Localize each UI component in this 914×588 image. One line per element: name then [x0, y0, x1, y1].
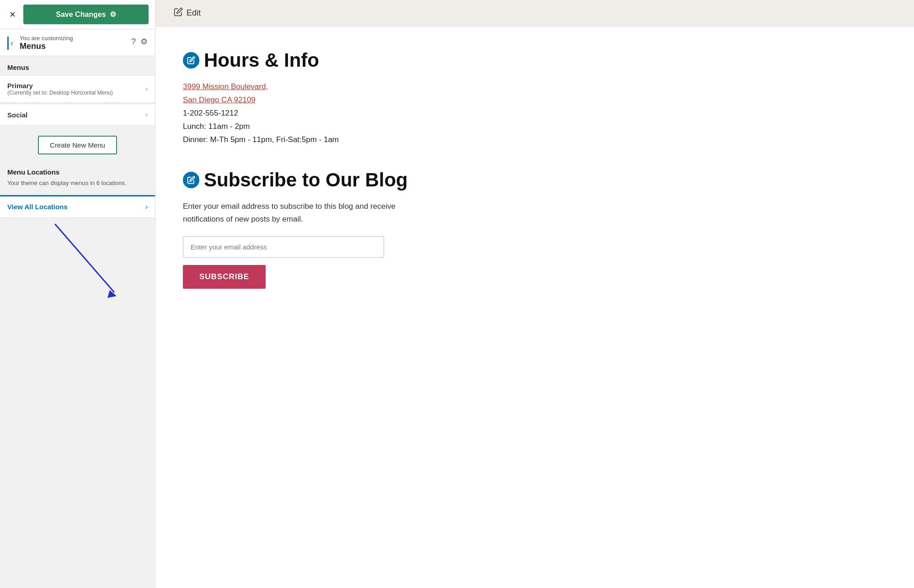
customizing-label: You are customizing	[20, 35, 73, 42]
hours-address-link[interactable]: 3999 Mission Boulevard, San Diego CA 921…	[183, 80, 887, 107]
main-content-area: Edit Hours & Info 3999 Mission Boulevard…	[155, 0, 914, 588]
customizer-header-right: ? ⚙	[131, 37, 148, 47]
subscribe-description: Enter your email address to subscribe to…	[183, 200, 412, 225]
primary-menu-item[interactable]: Primary (Currently set to: Desktop Horiz…	[0, 75, 155, 103]
close-button[interactable]: ✕	[6, 8, 19, 21]
address-line2: San Diego CA 92109	[183, 95, 256, 104]
edit-pencil-icon	[174, 7, 183, 19]
save-changes-button[interactable]: Save Changes ⚙	[23, 5, 149, 24]
hours-info-section: Hours & Info 3999 Mission Boulevard, San…	[183, 49, 887, 146]
view-all-locations-label: View All Locations	[7, 203, 68, 211]
social-chevron-right-icon: ›	[145, 111, 148, 119]
customizer-info: You are customizing Menus	[20, 35, 73, 51]
customizer-header: ‹ You are customizing Menus ? ⚙	[0, 29, 155, 56]
hours-title: Hours & Info	[204, 49, 319, 71]
subscribe-button[interactable]: SUBSCRIBE	[183, 265, 266, 289]
locations-title: Menu Locations	[7, 168, 148, 176]
settings-button[interactable]: ⚙	[140, 37, 148, 47]
hours-lunch: Lunch: 11am - 2pm	[183, 120, 887, 133]
subscribe-pencil-circle-icon[interactable]	[183, 172, 199, 188]
main-topbar: Edit	[155, 0, 914, 26]
locations-desc: Your theme can display menus in 6 locati…	[7, 179, 148, 188]
hours-dinner: Dinner: M-Th 5pm - 11pm, Fri-Sat:5pm - 1…	[183, 133, 887, 147]
page-content: Hours & Info 3999 Mission Boulevard, San…	[155, 26, 914, 588]
customizing-title: Menus	[20, 42, 73, 51]
hours-heading: Hours & Info	[183, 49, 887, 71]
primary-menu-text: Primary (Currently set to: Desktop Horiz…	[7, 82, 113, 96]
hours-pencil-circle-icon[interactable]	[183, 52, 199, 69]
save-gear-icon: ⚙	[110, 10, 116, 19]
view-all-chevron-right-icon: ›	[145, 203, 148, 211]
social-menu-name: Social	[7, 111, 27, 119]
sidebar-topbar: ✕ Save Changes ⚙	[0, 0, 155, 29]
primary-menu-sub: (Currently set to: Desktop Horizontal Me…	[7, 90, 113, 96]
locations-section: Menu Locations Your theme can display me…	[0, 164, 155, 191]
subscribe-heading: Subscribe to Our Blog	[183, 169, 887, 191]
social-menu-text: Social	[7, 111, 27, 119]
hours-phone: 1-202-555-1212	[183, 107, 887, 120]
subscribe-section: Subscribe to Our Blog Enter your email a…	[183, 169, 887, 288]
menus-section-title: Menus	[0, 56, 155, 75]
social-menu-item[interactable]: Social ›	[0, 104, 155, 126]
create-new-menu-button[interactable]: Create New Menu	[38, 136, 117, 154]
help-button[interactable]: ?	[131, 37, 136, 47]
save-changes-label: Save Changes	[56, 11, 106, 19]
hours-details: 3999 Mission Boulevard, San Diego CA 921…	[183, 80, 887, 146]
primary-menu-name: Primary	[7, 82, 113, 90]
primary-chevron-right-icon: ›	[145, 85, 148, 93]
subscribe-title: Subscribe to Our Blog	[204, 169, 408, 191]
edit-label: Edit	[187, 8, 201, 18]
sidebar: ✕ Save Changes ⚙ ‹ You are customizing M…	[0, 0, 155, 588]
create-menu-wrap: Create New Menu	[0, 127, 155, 164]
customizer-header-left: ‹ You are customizing Menus	[7, 35, 73, 51]
address-line1: 3999 Mission Boulevard,	[183, 82, 268, 91]
view-all-locations-item[interactable]: View All Locations ›	[0, 195, 155, 218]
back-button[interactable]: ‹	[7, 37, 15, 50]
email-input[interactable]	[183, 236, 384, 258]
